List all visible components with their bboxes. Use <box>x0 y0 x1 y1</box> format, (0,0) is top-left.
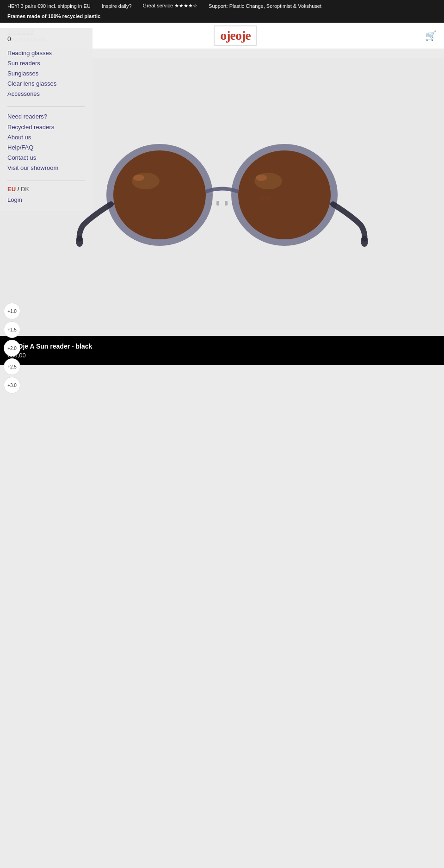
sunglasses-image: ojeoje <box>74 123 370 271</box>
nav-visit-showroom[interactable]: Visit our showroom <box>7 163 85 173</box>
nav-sunglasses[interactable]: Sunglasses <box>7 69 85 79</box>
banner-service: Great service ★★★★☆ <box>143 3 197 9</box>
strength-btn-5[interactable]: +3.0 <box>4 377 20 393</box>
logo-text: ojeoje <box>214 25 257 46</box>
strength-selector: +1.0 +1.5 +2.0 +2.5 +3.0 <box>0 299 24 397</box>
nav-login[interactable]: Login <box>7 196 85 203</box>
top-banner: HEY! 3 pairs €90 incl. shipping in EU In… <box>0 0 444 12</box>
nav-cart-count: 0 <box>7 35 85 43</box>
nav-language-selector: EU / DK <box>7 186 85 193</box>
nav-reading-glasses[interactable]: Reading glasses <box>7 48 85 58</box>
nav-contact-us[interactable]: Contact us <box>7 153 85 163</box>
svg-point-9 <box>361 236 368 247</box>
svg-point-7 <box>256 175 267 181</box>
nav-clear-lens-glasses[interactable]: Clear lens glasses <box>7 79 85 89</box>
nav-info-links: Need readers? Recycled readers About us … <box>7 112 85 173</box>
header-right: 🛒 <box>425 30 437 41</box>
sunglasses-svg: ojeoje <box>74 123 370 262</box>
product-price: €35,00 <box>7 352 437 359</box>
strength-btn-3[interactable]: +2.0 <box>4 340 20 356</box>
banner-hey: HEY! 3 pairs €90 incl. shipping in EU <box>7 3 91 9</box>
nav-recycled-readers[interactable]: Recycled readers <box>7 122 85 132</box>
lang-eu[interactable]: EU <box>7 186 16 193</box>
svg-rect-11 <box>225 201 228 206</box>
strength-btn-2[interactable]: +1.5 <box>4 321 20 338</box>
banner-support: Support: Plastic Change, Soroptimist & V… <box>209 3 321 9</box>
svg-point-8 <box>76 236 83 247</box>
banner-inspire: Inspire daily? <box>102 3 132 9</box>
cart-icon[interactable]: 🛒 <box>425 30 437 41</box>
lang-dk[interactable]: DK <box>21 186 29 193</box>
svg-point-3 <box>133 175 144 181</box>
sub-banner: Frames made of 100% recycled plastic <box>0 12 444 23</box>
product-name: OjeOje A Sun reader - black <box>7 343 437 350</box>
nav-help-faq[interactable]: Help/FAQ <box>7 143 85 153</box>
product-info-bar: OjeOje A Sun reader - black €35,00 <box>0 336 444 365</box>
extra-content <box>0 365 444 643</box>
nav-divider-2 <box>7 181 85 181</box>
nav-need-readers[interactable]: Need readers? <box>7 112 85 122</box>
sub-banner-text: Frames made of 100% recycled plastic <box>7 13 100 19</box>
svg-point-1 <box>113 150 206 239</box>
nav-categories: Reading glasses Sun readers Sunglasses C… <box>7 48 85 99</box>
strength-btn-1[interactable]: +1.0 <box>4 303 20 319</box>
nav-about-us[interactable]: About us <box>7 132 85 143</box>
logo[interactable]: ojeoje <box>214 25 257 46</box>
svg-point-5 <box>238 150 331 239</box>
lang-separator: / <box>18 186 21 193</box>
nav-sun-readers[interactable]: Sun readers <box>7 58 85 69</box>
nav-accessories[interactable]: Accessories <box>7 89 85 99</box>
nav-overlay: 0 Reading glasses Sun readers Sunglasses… <box>0 28 92 211</box>
svg-rect-10 <box>216 201 219 206</box>
page-wrapper: HEY! 3 pairs €90 incl. shipping in EU In… <box>0 0 444 643</box>
strength-btn-4[interactable]: +2.5 <box>4 358 20 375</box>
nav-divider-1 <box>7 106 85 107</box>
svg-text:ojeoje: ojeoje <box>259 196 270 200</box>
